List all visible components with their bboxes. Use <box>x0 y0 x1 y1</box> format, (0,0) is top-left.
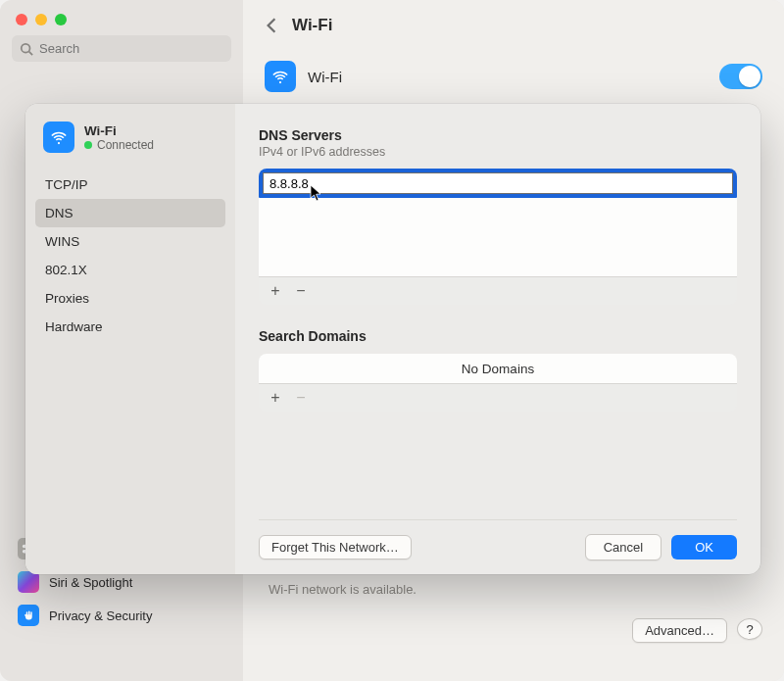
tab-tcpip[interactable]: TCP/IP <box>35 170 225 199</box>
dns-servers-list[interactable] <box>259 169 737 276</box>
close-window-button[interactable] <box>16 14 27 25</box>
wifi-icon <box>43 122 74 153</box>
sidebar-item-label: Siri & Spotlight <box>49 575 132 590</box>
advanced-button[interactable]: Advanced… <box>632 618 727 643</box>
svg-line-1 <box>29 51 33 55</box>
advanced-row: Advanced… ? <box>265 618 762 643</box>
modal-sidebar: Wi-Fi Connected TCP/IP DNS WINS 802.1X P… <box>25 104 235 574</box>
modal-status-label: Connected <box>97 138 154 152</box>
title-row: Wi-Fi <box>265 0 762 51</box>
dns-entry-input[interactable] <box>263 172 733 194</box>
dns-addremove-bar: + − <box>259 276 737 305</box>
search-domains-add-button[interactable]: + <box>265 388 286 408</box>
dns-entry-edit <box>259 169 737 198</box>
ok-button[interactable]: OK <box>671 535 737 559</box>
modal-tabs: TCP/IP DNS WINS 802.1X Proxies Hardware <box>25 169 235 343</box>
wifi-status-text: Wi-Fi network is available. <box>265 582 762 597</box>
sidebar-item-privacy[interactable]: Privacy & Security <box>0 599 243 632</box>
siri-icon <box>18 571 39 593</box>
search-box[interactable] <box>12 35 231 62</box>
page-title: Wi-Fi <box>292 16 332 35</box>
modal-main: DNS Servers IPv4 or IPv6 addresses + − S… <box>235 104 760 574</box>
wifi-icon <box>265 61 296 92</box>
wifi-advanced-modal: Wi-Fi Connected TCP/IP DNS WINS 802.1X P… <box>25 104 760 574</box>
tab-wins[interactable]: WINS <box>35 227 225 256</box>
search-input[interactable] <box>39 41 223 56</box>
forget-network-button[interactable]: Forget This Network… <box>259 535 412 559</box>
search-icon <box>20 42 33 56</box>
window-controls <box>0 0 243 35</box>
wifi-toggle[interactable] <box>719 64 762 89</box>
modal-title: Wi-Fi <box>84 123 154 138</box>
search-domains-empty: No Domains <box>462 362 534 376</box>
modal-header: Wi-Fi Connected <box>25 122 235 169</box>
zoom-window-button[interactable] <box>55 14 67 25</box>
modal-footer: Forget This Network… Cancel OK <box>259 519 737 560</box>
tab-dns[interactable]: DNS <box>35 199 225 227</box>
search-domains-addremove-bar: + − <box>259 383 737 412</box>
dns-remove-button[interactable]: − <box>290 281 312 301</box>
status-dot-icon <box>84 141 92 149</box>
dns-add-button[interactable]: + <box>265 281 286 301</box>
hand-icon <box>18 605 39 626</box>
tab-8021x[interactable]: 802.1X <box>35 256 225 284</box>
wifi-row-label: Wi-Fi <box>308 69 342 85</box>
wifi-row: Wi-Fi <box>265 51 762 104</box>
minimize-window-button[interactable] <box>35 14 47 25</box>
tab-proxies[interactable]: Proxies <box>35 284 225 313</box>
svg-point-0 <box>22 43 30 52</box>
search-domains-title: Search Domains <box>259 328 737 344</box>
dns-servers-title: DNS Servers <box>259 127 737 143</box>
search-domains-remove-button[interactable]: − <box>290 388 312 408</box>
tab-hardware[interactable]: Hardware <box>35 313 225 341</box>
modal-status: Connected <box>84 138 154 152</box>
search-domains-list[interactable]: No Domains <box>259 354 737 383</box>
sidebar-item-label: Privacy & Security <box>49 608 152 623</box>
dns-servers-sub: IPv4 or IPv6 addresses <box>259 145 737 159</box>
cancel-button[interactable]: Cancel <box>585 534 662 560</box>
help-button[interactable]: ? <box>737 618 762 640</box>
back-icon[interactable] <box>265 17 278 34</box>
